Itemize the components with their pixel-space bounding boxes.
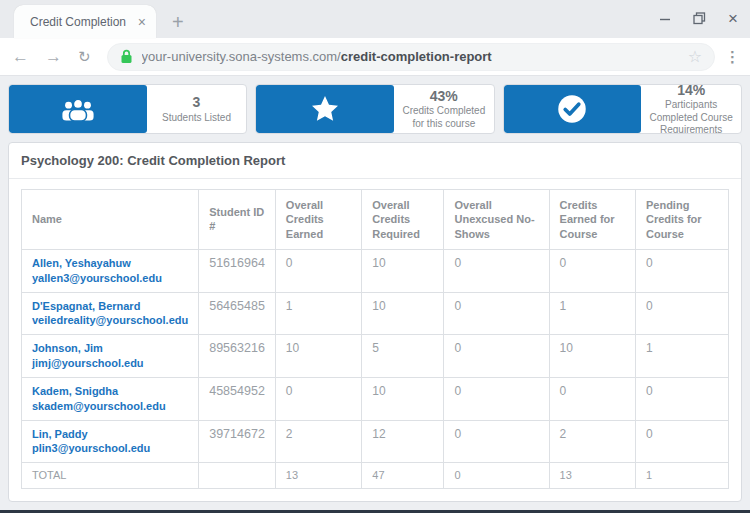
close-button[interactable]: ×: [728, 10, 738, 27]
forward-button[interactable]: →: [45, 48, 62, 65]
student-name-link[interactable]: Johnson, Jim: [32, 341, 188, 356]
window-controls: ×: [659, 10, 738, 27]
student-name-link[interactable]: Lin, Paddy: [32, 427, 188, 442]
course-earned: 10: [549, 335, 635, 378]
col-student-id: Student ID #: [199, 190, 276, 250]
student-name-link[interactable]: Kadem, Snigdha: [32, 384, 188, 399]
student-cell: Allen, Yeshayahuwyallen3@yourschool.edu: [22, 249, 199, 292]
total-pending: 1: [635, 463, 728, 489]
student-cell: D'Espagnat, Bernardveiledreality@yoursch…: [22, 292, 199, 335]
stat-value: 43%: [430, 88, 458, 106]
student-email-link[interactable]: skadem@yourschool.edu: [32, 399, 188, 414]
course-earned: 2: [549, 420, 635, 463]
student-cell: Johnson, Jimjimj@yourschool.edu: [22, 335, 199, 378]
url-text: your-university.sona-systems.com/credit-…: [142, 49, 688, 64]
overall-earned: 1: [275, 292, 361, 335]
address-bar[interactable]: your-university.sona-systems.com/credit-…: [107, 43, 715, 71]
table-header-row: Name Student ID # Overall Credits Earned…: [22, 190, 729, 250]
total-noshows: 0: [444, 463, 549, 489]
bookmark-star-icon[interactable]: ☆: [688, 49, 702, 65]
minimize-button[interactable]: [659, 13, 671, 25]
check-circle-icon: [504, 85, 642, 133]
col-noshows: Overall Unexcused No-Shows: [444, 190, 549, 250]
overall-earned: 10: [275, 335, 361, 378]
stat-value: 3: [193, 94, 201, 112]
total-overall-earned: 13: [275, 463, 361, 489]
stat-text: 3 Students Listed: [147, 85, 247, 133]
stat-text: 43% Credits Completed for this course: [394, 85, 494, 133]
student-cell: Lin, Paddyplin3@yourschool.edu: [22, 420, 199, 463]
address-bar-row: ← → ↻ your-university.sona-systems.com/c…: [0, 38, 750, 76]
stat-label: Students Listed: [162, 112, 231, 125]
total-course-earned: 13: [549, 463, 635, 489]
student-email-link[interactable]: jimj@yourschool.edu: [32, 356, 188, 371]
overall-required: 10: [362, 249, 444, 292]
noshows: 0: [444, 249, 549, 292]
overall-earned: 2: [275, 420, 361, 463]
total-row: TOTAL 13 47 0 13 1: [22, 463, 729, 489]
stat-label: Participants Completed Course Requiremen…: [647, 99, 735, 134]
tab-bar: Credit Completion × + ×: [0, 0, 750, 38]
browser-tab[interactable]: Credit Completion ×: [14, 5, 156, 38]
student-id: 51616964: [199, 249, 276, 292]
course-earned: 1: [549, 292, 635, 335]
student-email-link[interactable]: plin3@yourschool.edu: [32, 441, 188, 456]
overall-required: 10: [362, 292, 444, 335]
pending-credits: 0: [635, 249, 728, 292]
tab-title: Credit Completion: [30, 15, 138, 29]
student-email-link[interactable]: veiledreality@yourschool.edu: [32, 313, 188, 328]
star-icon: [256, 85, 394, 133]
stat-card-students: 3 Students Listed: [8, 84, 247, 134]
overall-required: 5: [362, 335, 444, 378]
table-row: D'Espagnat, Bernardveiledreality@yoursch…: [22, 292, 729, 335]
col-name: Name: [22, 190, 199, 250]
student-name-link[interactable]: D'Espagnat, Bernard: [32, 299, 188, 314]
student-id: 39714672: [199, 420, 276, 463]
tab-close-icon[interactable]: ×: [138, 15, 146, 29]
student-id: 56465485: [199, 292, 276, 335]
table-row: Kadem, Snigdhaskadem@yourschool.edu 4585…: [22, 377, 729, 420]
stat-value: 14%: [677, 84, 705, 99]
people-icon: [9, 85, 147, 133]
student-name-link[interactable]: Allen, Yeshayahuw: [32, 256, 188, 271]
student-cell: Kadem, Snigdhaskadem@yourschool.edu: [22, 377, 199, 420]
total-label: TOTAL: [22, 463, 199, 489]
page-content: 3 Students Listed 43% Credits Completed …: [0, 76, 750, 513]
stat-card-credits: 43% Credits Completed for this course: [255, 84, 494, 134]
noshows: 0: [444, 335, 549, 378]
stat-text: 14% Participants Completed Course Requir…: [641, 85, 741, 133]
report-title: Psychology 200: Credit Completion Report: [9, 143, 741, 179]
browser-window: Credit Completion × + × ← → ↻ your-unive…: [0, 0, 750, 513]
new-tab-button[interactable]: +: [172, 12, 184, 32]
noshows: 0: [444, 292, 549, 335]
report-table-wrap: Name Student ID # Overall Credits Earned…: [9, 179, 741, 501]
restore-button[interactable]: [693, 12, 706, 25]
browser-menu-icon[interactable]: ⋮: [725, 48, 740, 66]
reload-button[interactable]: ↻: [78, 49, 91, 64]
total-id: [199, 463, 276, 489]
pending-credits: 0: [635, 377, 728, 420]
url-prefix: your-university.sona-systems.com/: [142, 49, 341, 64]
col-pending: Pending Credits for Course: [635, 190, 728, 250]
student-id: 45854952: [199, 377, 276, 420]
url-path: credit-completion-report: [341, 49, 492, 64]
overall-earned: 0: [275, 377, 361, 420]
noshows: 0: [444, 377, 549, 420]
pending-credits: 1: [635, 335, 728, 378]
table-row: Lin, Paddyplin3@yourschool.edu 39714672 …: [22, 420, 729, 463]
pending-credits: 0: [635, 420, 728, 463]
col-course-earned: Credits Earned for Course: [549, 190, 635, 250]
https-lock-icon: [120, 49, 133, 64]
col-overall-required: Overall Credits Required: [362, 190, 444, 250]
overall-earned: 0: [275, 249, 361, 292]
stat-label: Credits Completed for this course: [400, 105, 488, 130]
table-row: Allen, Yeshayahuwyallen3@yourschool.edu …: [22, 249, 729, 292]
overall-required: 10: [362, 377, 444, 420]
stat-card-participants: 14% Participants Completed Course Requir…: [503, 84, 742, 134]
col-overall-earned: Overall Credits Earned: [275, 190, 361, 250]
student-email-link[interactable]: yallen3@yourschool.edu: [32, 271, 188, 286]
report-panel: Psychology 200: Credit Completion Report…: [8, 142, 742, 502]
table-row: Johnson, Jimjimj@yourschool.edu 89563216…: [22, 335, 729, 378]
course-earned: 0: [549, 249, 635, 292]
back-button[interactable]: ←: [12, 48, 29, 65]
